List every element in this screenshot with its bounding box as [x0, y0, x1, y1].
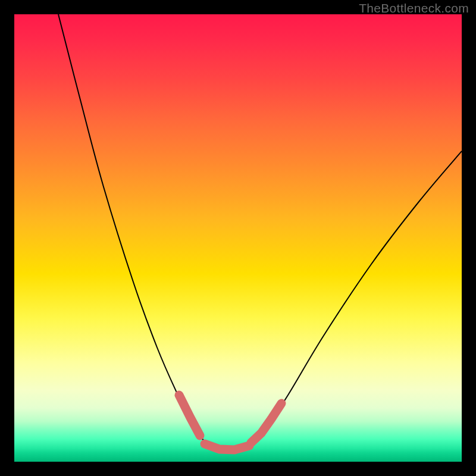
series-highlight-bottom	[205, 444, 249, 450]
series-highlight-right	[251, 403, 281, 443]
watermark-text: TheBottleneck.com	[359, 1, 469, 15]
plot-area	[14, 14, 462, 462]
series-highlight-left	[179, 395, 200, 436]
curve-svg	[14, 14, 462, 462]
series-curve	[58, 14, 462, 450]
chart-frame: TheBottleneck.com	[0, 0, 476, 476]
